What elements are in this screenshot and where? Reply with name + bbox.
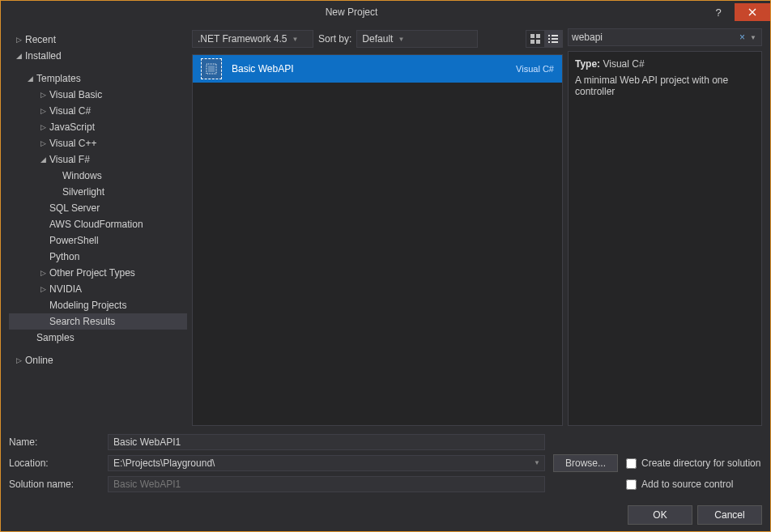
- tree-node-recent[interactable]: ▷Recent: [9, 32, 187, 48]
- cancel-button[interactable]: Cancel: [697, 505, 762, 525]
- chevron-right-icon: ▷: [38, 269, 48, 277]
- view-grid-button[interactable]: [526, 31, 544, 47]
- svg-rect-2: [530, 40, 535, 44]
- tree-node-aws-cloudformation[interactable]: AWS CloudFormation: [9, 216, 187, 232]
- search-input[interactable]: [572, 32, 736, 43]
- tree-node-nvidia[interactable]: ▷NVIDIA: [9, 281, 187, 297]
- chevron-right-icon: ▷: [14, 356, 23, 364]
- close-button[interactable]: [735, 3, 770, 21]
- details-panel: × ▼ Type: Visual C# A minimal Web API pr…: [568, 28, 762, 426]
- svg-rect-8: [548, 41, 550, 43]
- tree-label: Visual Basic: [48, 89, 102, 100]
- help-button[interactable]: ?: [702, 6, 735, 19]
- search-box[interactable]: × ▼: [568, 28, 762, 46]
- svg-rect-11: [208, 66, 215, 72]
- browse-button[interactable]: Browse...: [553, 454, 618, 472]
- tree-node-modeling-projects[interactable]: Modeling Projects: [9, 297, 187, 313]
- tree-node-windows[interactable]: Windows: [9, 168, 187, 184]
- template-panel: .NET Framework 4.5 ▼ Sort by: Default ▼: [192, 28, 563, 426]
- tree-node-search-results[interactable]: Search Results: [9, 313, 187, 330]
- sortby-value: Default: [362, 33, 393, 45]
- chevron-down-icon: ▼: [398, 36, 404, 43]
- tree-node-visual-fsharp[interactable]: ◢Visual F#: [9, 151, 187, 168]
- chevron-right-icon: ▷: [38, 107, 48, 115]
- tree-node-installed[interactable]: ◢Installed: [9, 48, 187, 64]
- window-title: New Project: [1, 6, 702, 18]
- clear-search-button[interactable]: ×: [736, 32, 748, 43]
- tree-label: Other Project Types: [48, 267, 135, 279]
- chevron-down-icon: ◢: [38, 155, 48, 164]
- tree-node-other-project-types[interactable]: ▷Other Project Types: [9, 265, 187, 281]
- tree-node-visual-cpp[interactable]: ▷Visual C++: [9, 135, 187, 151]
- solution-name-label: Solution name:: [9, 479, 108, 490]
- source-control-label: Add to source control: [641, 479, 733, 490]
- chevron-right-icon: ▷: [38, 285, 48, 293]
- tree-node-templates[interactable]: ◢Templates: [9, 70, 187, 87]
- svg-rect-1: [536, 34, 540, 38]
- svg-rect-4: [548, 35, 550, 36]
- tree-label: Visual C++: [48, 138, 96, 149]
- name-label: Name:: [9, 436, 108, 448]
- svg-rect-3: [536, 40, 540, 44]
- tree-label: Modeling Projects: [48, 300, 126, 311]
- template-details: Type: Visual C# A minimal Web API projec…: [568, 51, 762, 426]
- dialog-footer: OK Cancel: [9, 496, 762, 525]
- search-options-button[interactable]: ▼: [748, 34, 758, 41]
- name-input[interactable]: [108, 434, 545, 450]
- tree-label: Recent: [23, 34, 56, 45]
- chevron-down-icon: ◢: [25, 74, 35, 83]
- tree-node-python[interactable]: Python: [9, 249, 187, 265]
- tree-label: JavaScript: [48, 121, 95, 133]
- tree-label: PowerShell: [48, 235, 99, 246]
- tree-label: Silverlight: [61, 186, 104, 198]
- template-description: A minimal Web API project with one contr…: [575, 74, 755, 97]
- location-input[interactable]: [108, 455, 545, 471]
- tree-node-powershell[interactable]: PowerShell: [9, 232, 187, 249]
- tree-label: Online: [23, 355, 53, 366]
- template-item-basic-webapi[interactable]: Basic WebAPI Visual C#: [193, 55, 562, 83]
- ok-button[interactable]: OK: [628, 505, 692, 525]
- tree-node-javascript[interactable]: ▷JavaScript: [9, 119, 187, 135]
- tree-node-visual-csharp[interactable]: ▷Visual C#: [9, 103, 187, 119]
- tree-label: Installed: [23, 50, 62, 62]
- template-list[interactable]: Basic WebAPI Visual C#: [192, 54, 563, 426]
- template-icon: [201, 58, 222, 79]
- tree-label: Python: [48, 251, 79, 262]
- type-label: Type:: [575, 58, 600, 70]
- tree-node-online[interactable]: ▷Online: [9, 352, 187, 368]
- view-list-button[interactable]: [544, 31, 562, 47]
- framework-value: .NET Framework 4.5: [198, 33, 287, 45]
- chevron-right-icon: ▷: [38, 91, 48, 99]
- view-mode-buttons: [526, 30, 563, 48]
- sortby-dropdown[interactable]: Default ▼: [356, 30, 478, 48]
- tree-node-visual-basic[interactable]: ▷Visual Basic: [9, 87, 187, 103]
- tree-label: SQL Server: [48, 202, 100, 214]
- tree-label: Visual C#: [48, 105, 91, 117]
- tree-label: Samples: [35, 332, 75, 343]
- svg-rect-5: [552, 35, 558, 36]
- template-name: Basic WebAPI: [232, 63, 516, 74]
- template-language: Visual C#: [516, 64, 554, 74]
- tree-label: AWS CloudFormation: [48, 219, 143, 230]
- create-directory-label: Create directory for solution: [641, 458, 760, 469]
- new-project-dialog: New Project ? ▷Recent ◢Installed ◢Templa…: [0, 0, 771, 532]
- tree-node-silverlight[interactable]: Silverlight: [9, 184, 187, 200]
- create-directory-checkbox[interactable]: Create directory for solution: [626, 458, 760, 469]
- source-control-checkbox[interactable]: Add to source control: [626, 479, 733, 490]
- template-toolbar: .NET Framework 4.5 ▼ Sort by: Default ▼: [192, 28, 563, 49]
- tree-node-samples[interactable]: Samples: [9, 330, 187, 346]
- location-label: Location:: [9, 458, 108, 469]
- chevron-right-icon: ▷: [38, 139, 48, 147]
- tree-node-sql-server[interactable]: SQL Server: [9, 200, 187, 216]
- chevron-right-icon: ▷: [14, 36, 23, 44]
- type-value: Visual C#: [603, 58, 644, 70]
- tree-label: Visual F#: [48, 154, 90, 165]
- framework-dropdown[interactable]: .NET Framework 4.5 ▼: [192, 30, 313, 48]
- svg-rect-6: [548, 38, 550, 40]
- svg-rect-9: [552, 41, 558, 43]
- sortby-label: Sort by:: [318, 33, 351, 45]
- tree-label: Search Results: [48, 316, 115, 327]
- category-tree: ▷Recent ◢Installed ◢Templates ▷Visual Ba…: [9, 28, 187, 426]
- chevron-right-icon: ▷: [38, 123, 48, 131]
- tree-label: Windows: [61, 170, 102, 181]
